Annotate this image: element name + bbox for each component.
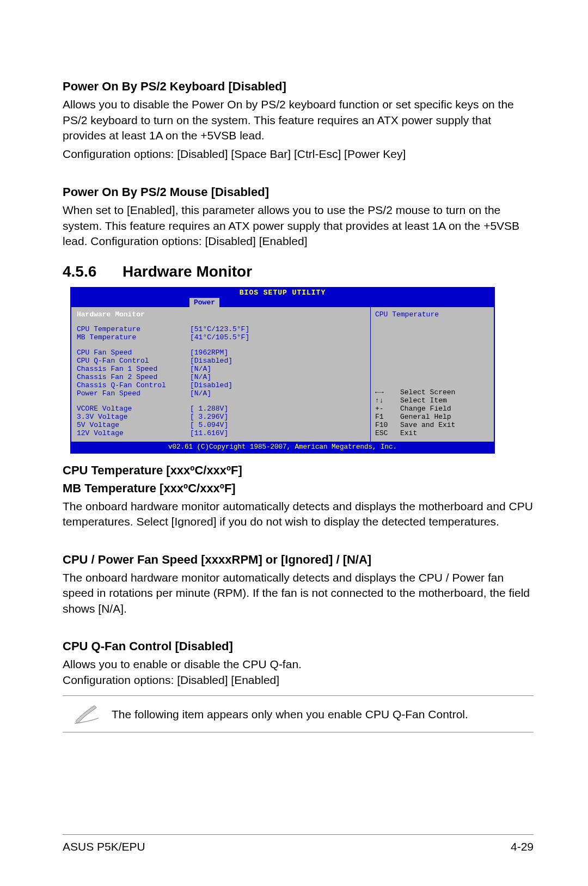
bios-footer: v02.61 (C)Copyright 1985-2007, American …: [71, 442, 494, 453]
subsection-title: Hardware Monitor: [122, 263, 252, 280]
heading-qfan: CPU Q-Fan Control [Disabled]: [63, 639, 534, 653]
note-box: The following item appears only when you…: [63, 695, 534, 732]
bios-row: 5V Voltage[ 5.094V]: [77, 421, 365, 429]
note-text: The following item appears only when you…: [112, 707, 468, 722]
body-qfan2: Configuration options: [Disabled] [Enabl…: [63, 673, 534, 688]
heading-ps2-mouse: Power On By PS/2 Mouse [Disabled]: [63, 185, 534, 199]
body-qfan1: Allows you to enable or disable the CPU …: [63, 657, 534, 672]
footer-page-number: 4-29: [511, 840, 534, 853]
page-footer: ASUS P5K/EPU 4-29: [63, 834, 534, 853]
bios-right-pane: CPU Temperature ←→Select Screen ↑↓Select…: [371, 307, 494, 442]
heading-mb-temp: MB Temperature [xxxºC/xxxºF]: [63, 481, 534, 496]
bios-row: 3.3V Voltage[ 3.296V]: [77, 413, 365, 421]
footer-model: ASUS P5K/EPU: [63, 840, 145, 853]
heading-fan-speed: CPU / Power Fan Speed [xxxxRPM] or [Igno…: [63, 553, 534, 567]
pencil-note-icon: [63, 702, 112, 725]
body-ps2-mouse: When set to [Enabled], this parameter al…: [63, 203, 534, 249]
subsection-number: 4.5.6: [63, 263, 122, 280]
bios-row: Chassis Q-Fan Control[Disabled]: [77, 381, 365, 389]
bios-row: Power Fan Speed[N/A]: [77, 389, 365, 398]
bios-row: 12V Voltage[11.616V]: [77, 429, 365, 437]
bios-row: MB Temperature[41°C/105.5°F]: [77, 333, 365, 341]
bios-row: CPU Q-Fan Control[Disabled]: [77, 357, 365, 365]
bios-left-title: Hardware Monitor: [77, 310, 365, 319]
manual-page: Power On By PS/2 Keyboard [Disabled] All…: [0, 0, 588, 886]
bios-row: CPU Temperature[51°C/123.5°F]: [77, 325, 365, 333]
bios-row: CPU Fan Speed[1962RPM]: [77, 349, 365, 357]
bios-row: Chassis Fan 2 Speed[N/A]: [77, 373, 365, 381]
bios-right-title: CPU Temperature: [375, 310, 489, 319]
bios-tab-power: Power: [189, 297, 220, 307]
body-ps2-keyboard: Allows you to disable the Power On by PS…: [63, 97, 534, 143]
bios-screenshot: BIOS SETUP UTILITY Power Hardware Monito…: [70, 287, 495, 454]
bios-help: ←→Select Screen ↑↓Select Item +-Change F…: [375, 388, 489, 437]
bios-title: BIOS SETUP UTILITY: [71, 288, 494, 297]
subsection-heading: 4.5.6Hardware Monitor: [63, 263, 534, 280]
body-fan-speed: The onboard hardware monitor automatical…: [63, 570, 534, 616]
arrows-lr-icon: ←→: [375, 388, 400, 396]
bios-row: VCORE Voltage[ 1.288V]: [77, 405, 365, 413]
bios-tab-row: Power: [71, 297, 494, 307]
arrows-ud-icon: ↑↓: [375, 396, 400, 405]
heading-cpu-temp: CPU Temperature [xxxºC/xxxºF]: [63, 463, 534, 478]
opts-ps2-keyboard: Configuration options: [Disabled] [Space…: [63, 146, 534, 162]
bios-row: Chassis Fan 1 Speed[N/A]: [77, 365, 365, 373]
body-temperatures: The onboard hardware monitor automatical…: [63, 499, 534, 530]
bios-left-pane: Hardware Monitor CPU Temperature[51°C/12…: [71, 307, 371, 442]
heading-ps2-keyboard: Power On By PS/2 Keyboard [Disabled]: [63, 80, 534, 94]
